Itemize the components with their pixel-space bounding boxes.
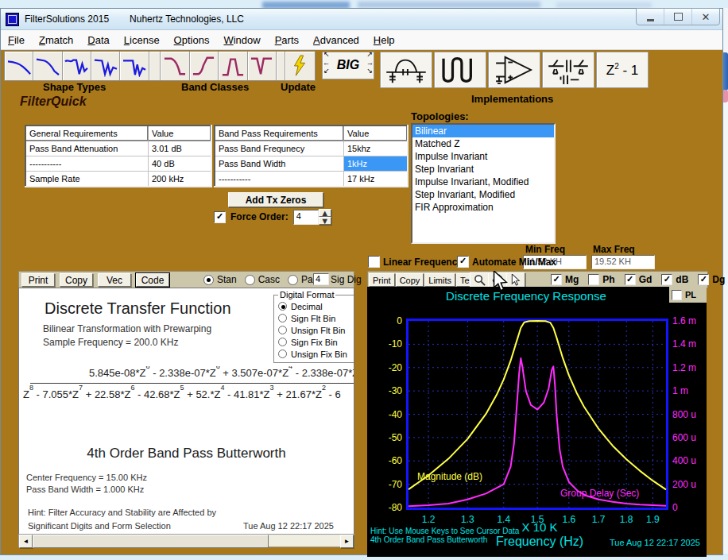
trace-toggle-mg[interactable]: ✓Mg bbox=[551, 274, 579, 285]
menu-item-file[interactable]: File bbox=[1, 34, 32, 46]
add-tx-zeros-button[interactable]: Add Tx Zeros bbox=[228, 192, 323, 207]
menu-item-options[interactable]: Options bbox=[167, 34, 217, 46]
table-cell[interactable]: Pass Band Frequnecy bbox=[215, 141, 344, 156]
close-button[interactable]: ✕ bbox=[691, 9, 719, 25]
restore-button[interactable] bbox=[664, 9, 691, 25]
response-print-button[interactable]: Print bbox=[369, 273, 395, 287]
menu-item-help[interactable]: Help bbox=[366, 34, 402, 46]
table-cell[interactable]: 15khz bbox=[344, 141, 409, 156]
scroll-left-button[interactable]: ◄ bbox=[19, 535, 33, 548]
column-header[interactable]: Value bbox=[344, 126, 409, 141]
trace-toggle-dg[interactable]: ✓Dg bbox=[698, 274, 725, 285]
shape-type-button-3[interactable] bbox=[63, 52, 91, 80]
force-order-spinner[interactable]: ▲ ▼ bbox=[319, 209, 331, 225]
shape-type-button-1[interactable] bbox=[5, 52, 33, 80]
table-cell[interactable]: 1kHz bbox=[344, 156, 409, 172]
topology-item[interactable]: Impulse Invariant, Modified bbox=[412, 176, 554, 188]
table-cell[interactable]: ----------- bbox=[215, 172, 344, 187]
topology-item[interactable]: Matched Z bbox=[412, 137, 554, 150]
automate-minmax-checkbox[interactable]: ✓ bbox=[457, 256, 469, 268]
transfer-hint1: Hint: Filter Accuracy and Stability are … bbox=[28, 508, 216, 517]
copy-button[interactable]: Copy bbox=[60, 273, 93, 287]
band-class-bandstop-button[interactable] bbox=[248, 52, 277, 80]
column-header[interactable]: Value bbox=[149, 126, 212, 141]
table-cell[interactable]: ----------- bbox=[25, 156, 149, 172]
form-radio-casc[interactable]: Casc bbox=[245, 274, 280, 285]
shape-type-button-5[interactable] bbox=[120, 52, 149, 80]
topology-item[interactable]: Impulse Invariant bbox=[412, 150, 554, 163]
menu-item-license[interactable]: License bbox=[117, 34, 167, 46]
table-cell[interactable]: Pass Band Width bbox=[215, 156, 344, 172]
topology-item[interactable]: FIR Approximation bbox=[412, 201, 554, 214]
zoom-tool-button[interactable] bbox=[470, 272, 489, 288]
print-button[interactable]: Print bbox=[21, 273, 55, 287]
shape-type-button-2[interactable] bbox=[33, 52, 62, 80]
digital-format-option[interactable]: Unsign Flt Bin bbox=[278, 324, 353, 336]
update-button[interactable] bbox=[285, 52, 315, 80]
column-header[interactable]: General Requirements bbox=[25, 126, 149, 141]
frequency-response-chart[interactable]: Discrete Frequency Response PL 0-10-20-3… bbox=[367, 287, 707, 557]
band-class-highpass-button[interactable] bbox=[190, 52, 219, 80]
column-header[interactable]: Band Pass Requirements bbox=[215, 126, 344, 141]
force-order-checkbox[interactable]: ✓ bbox=[214, 211, 226, 223]
trace-toggle-gd[interactable]: ✓Gd bbox=[625, 274, 652, 285]
topology-item[interactable]: Bilinear bbox=[412, 125, 554, 137]
transfer-subtitle: 4th Order Band Pass Butterworth bbox=[19, 446, 354, 462]
table-cell[interactable]: 17 kHz bbox=[344, 172, 409, 187]
implementations-toolbar: Z2 - 1 bbox=[380, 52, 649, 88]
band-class-lowpass-button[interactable] bbox=[161, 52, 189, 80]
scroll-thumb[interactable] bbox=[33, 535, 269, 548]
arrow-icon: → bbox=[366, 59, 374, 67]
trace-toggle-db[interactable]: ✓dB bbox=[661, 274, 688, 285]
implementation-transmission-line-button[interactable] bbox=[434, 52, 486, 88]
max-freq-field[interactable]: 19.52 KH bbox=[591, 255, 655, 269]
response-limits-button[interactable]: Limits bbox=[424, 273, 455, 287]
table-cell[interactable]: 40 dB bbox=[149, 156, 212, 172]
implementation-switched-cap-button[interactable] bbox=[542, 52, 594, 88]
title-bar[interactable]: FilterSolutions 2015 Nuhertz Technologie… bbox=[1, 9, 722, 30]
topology-item[interactable]: Step Invariant, Modified bbox=[412, 188, 554, 201]
topology-item[interactable]: Step Invariant bbox=[412, 163, 554, 176]
menu-item-advanced[interactable]: Advanced bbox=[306, 34, 366, 46]
digital-format-option[interactable]: Unsign Fix Bin bbox=[278, 348, 353, 360]
shape-type-button-4[interactable] bbox=[91, 52, 120, 80]
table-cell[interactable]: Sample Rate bbox=[25, 172, 149, 187]
table-cell[interactable]: 3.01 dB bbox=[149, 141, 212, 156]
band-width-text: Pass Band Width = 1.000 KHz bbox=[26, 485, 144, 494]
code-button[interactable]: Code bbox=[136, 273, 169, 287]
transfer-function-panel: Discrete Transfer Function Bilinear Tran… bbox=[18, 288, 354, 535]
digital-format-option[interactable]: Decimal bbox=[278, 300, 353, 312]
vec-button[interactable]: Vec bbox=[98, 273, 131, 287]
band-class-bandpass-button[interactable] bbox=[219, 52, 247, 80]
sig-dig-label: Sig Dig bbox=[331, 274, 362, 285]
minimize-button[interactable] bbox=[637, 9, 664, 25]
force-order-input[interactable]: 4 bbox=[293, 210, 319, 225]
table-row: Pass Band Frequnecy15khz bbox=[215, 141, 408, 156]
transfer-hscrollbar[interactable]: ◄ ► bbox=[18, 534, 354, 547]
linear-frequency-checkbox[interactable] bbox=[368, 256, 380, 268]
menu-item-parts[interactable]: Parts bbox=[268, 34, 306, 46]
select-tool-button[interactable] bbox=[506, 272, 525, 288]
digital-format-group: Digital Format DecimalSign Flt BinUnsign… bbox=[273, 290, 354, 363]
digital-format-option[interactable]: Sign Flt Bin bbox=[278, 312, 353, 324]
implementation-passive-button[interactable] bbox=[380, 52, 432, 88]
trace-toggle-ph[interactable]: Ph bbox=[588, 274, 614, 285]
topologies-list[interactable]: BilinearMatched ZImpulse InvariantStep I… bbox=[411, 123, 556, 244]
menu-item-data[interactable]: Data bbox=[80, 34, 116, 46]
scroll-right-button[interactable]: ► bbox=[340, 535, 354, 548]
shape-types-label: Shape Types bbox=[43, 81, 106, 93]
digital-format-option[interactable]: Sign Fix Bin bbox=[278, 336, 353, 348]
implementation-digital-button[interactable]: Z2 - 1 bbox=[596, 52, 649, 88]
menu-item-zmatch[interactable]: Zmatch bbox=[32, 34, 80, 46]
big-button[interactable]: BIG ↖ ↙ ↗ ↘ ← → bbox=[322, 52, 374, 79]
menu-item-window[interactable]: Window bbox=[216, 34, 267, 46]
spin-down-icon[interactable]: ▼ bbox=[319, 217, 331, 225]
form-radio-stan[interactable]: Stan bbox=[203, 274, 237, 285]
sig-dig-input[interactable]: 4 bbox=[313, 273, 329, 285]
response-copy-button[interactable]: Copy bbox=[396, 273, 424, 287]
transfer-toolbar: PrintCopyVecCode StanCascPara 4 Sig Dig bbox=[18, 271, 354, 289]
equation-numerator: 5.845e-08*Z8 - 2.338e-07*Z6 + 3.507e-07*… bbox=[30, 366, 354, 384]
table-cell[interactable]: Pass Band Attenuation bbox=[25, 141, 149, 156]
table-cell[interactable]: 200 kHz bbox=[149, 172, 212, 187]
implementation-opamp-button[interactable] bbox=[488, 52, 540, 88]
